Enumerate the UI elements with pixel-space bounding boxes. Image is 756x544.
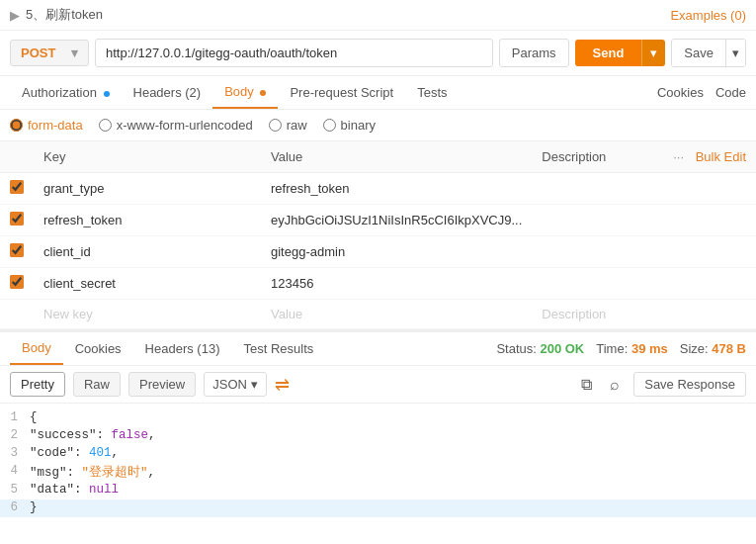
- code-line: 4 "msg": "登录超时",: [0, 463, 756, 482]
- response-toolbar: Pretty Raw Preview JSON ▾ ⇌ ⧉ ⌕ Save Res…: [0, 366, 756, 404]
- row-checkbox[interactable]: [10, 275, 24, 289]
- row-desc[interactable]: [532, 173, 638, 205]
- body-type-tabs: form-data x-www-form-urlencoded raw bina…: [0, 110, 756, 141]
- tab-authorization[interactable]: Authorization: [10, 77, 122, 108]
- code-link[interactable]: Code: [715, 85, 746, 100]
- send-dropdown-button[interactable]: ▾: [641, 40, 665, 66]
- row-actions: [638, 205, 756, 236]
- beautify-icon[interactable]: ⇌: [275, 374, 290, 396]
- row-value[interactable]: eyJhbGciOiJSUzI1NiIsInR5cCI6IkpXVCJ9...: [261, 205, 532, 236]
- cookies-link[interactable]: Cookies: [657, 85, 704, 100]
- col-description: Description: [532, 141, 638, 173]
- row-checkbox[interactable]: [10, 180, 24, 194]
- save-btn-group: Save ▾: [671, 39, 746, 67]
- tab-pre-request[interactable]: Pre-request Script: [278, 77, 405, 108]
- table-row: client_secret 123456: [0, 268, 756, 300]
- params-button[interactable]: Params: [499, 39, 569, 67]
- copy-icon[interactable]: ⧉: [577, 374, 596, 396]
- code-line: 3 "code": 401,: [0, 445, 756, 463]
- json-select[interactable]: JSON ▾: [204, 372, 267, 397]
- raw-button[interactable]: Raw: [73, 372, 121, 397]
- tab-right-links: Cookies Code: [657, 85, 746, 100]
- new-value-cell[interactable]: Value: [261, 300, 532, 329]
- row-checkbox[interactable]: [10, 212, 24, 226]
- line-content: "success": false,: [30, 428, 156, 442]
- save-dropdown-button[interactable]: ▾: [725, 40, 745, 66]
- radio-binary[interactable]: binary: [323, 118, 376, 133]
- size-value: 478 B: [712, 341, 746, 356]
- preview-button[interactable]: Preview: [128, 372, 196, 397]
- tab-body-label: Body: [224, 84, 254, 99]
- row-actions: [638, 268, 756, 300]
- row-value[interactable]: refresh_token: [261, 173, 532, 205]
- line-number: 2: [0, 428, 30, 442]
- code-area: 1{2 "success": false,3 "code": 401,4 "ms…: [0, 404, 756, 522]
- table-header-row: Key Value Description ··· Bulk Edit: [0, 141, 756, 173]
- row-desc[interactable]: [532, 236, 638, 268]
- method-label: POST: [21, 45, 55, 60]
- method-select[interactable]: POST ▾: [10, 40, 89, 66]
- tab-tests-label: Tests: [417, 85, 447, 100]
- col-actions: ··· Bulk Edit: [638, 141, 756, 173]
- status-label: Status: 200 OK: [496, 341, 584, 356]
- row-key[interactable]: client_id: [34, 236, 261, 268]
- row-actions: [638, 236, 756, 268]
- bulk-edit-button[interactable]: Bulk Edit: [696, 149, 746, 164]
- new-desc-cell: Description: [532, 300, 638, 329]
- params-table-container: Key Value Description ··· Bulk Edit gran…: [0, 141, 756, 330]
- row-checkbox-cell[interactable]: [0, 173, 34, 205]
- new-row-checkbox-cell: [0, 300, 34, 329]
- response-tab-cookies[interactable]: Cookies: [63, 333, 133, 364]
- response-tab-headers[interactable]: Headers (13): [133, 333, 232, 364]
- line-content: "data": null: [30, 483, 119, 497]
- row-value[interactable]: gitegg-admin: [261, 236, 532, 268]
- row-actions: [638, 173, 756, 205]
- three-dots-icon[interactable]: ···: [673, 149, 684, 164]
- code-line: 1{: [0, 409, 756, 427]
- send-button[interactable]: Send: [575, 40, 642, 66]
- tab-authorization-label: Authorization: [22, 85, 97, 100]
- json-chevron-icon: ▾: [251, 377, 258, 392]
- time-value: 39 ms: [631, 341, 668, 356]
- method-chevron-icon: ▾: [71, 45, 78, 60]
- line-content: "msg": "登录超时",: [30, 464, 155, 481]
- response-tab-test-results[interactable]: Test Results: [231, 333, 325, 364]
- examples-link[interactable]: Examples (0): [670, 8, 746, 23]
- url-input[interactable]: [95, 39, 493, 67]
- response-tab-body[interactable]: Body: [10, 332, 63, 365]
- code-line: 5 "data": null: [0, 482, 756, 499]
- radio-form-data[interactable]: form-data: [10, 118, 83, 133]
- row-checkbox-cell[interactable]: [0, 236, 34, 268]
- row-key[interactable]: grant_type: [34, 173, 261, 205]
- new-key-row: New key Value Description: [0, 300, 756, 329]
- tab-body[interactable]: Body: [212, 76, 278, 109]
- save-response-button[interactable]: Save Response: [633, 372, 746, 397]
- size-label: Size: 478 B: [680, 341, 746, 356]
- row-desc[interactable]: [532, 268, 638, 300]
- status-value: 200 OK: [540, 341, 584, 356]
- request-tabs: Authorization Headers (2) Body Pre-reque…: [0, 76, 756, 110]
- line-number: 4: [0, 464, 30, 478]
- new-key-cell[interactable]: New key: [34, 300, 261, 329]
- tab-headers[interactable]: Headers (2): [122, 77, 213, 108]
- top-bar: ▶ 5、刷新token Examples (0): [0, 0, 756, 31]
- row-checkbox-cell[interactable]: [0, 205, 34, 236]
- row-desc[interactable]: [532, 205, 638, 236]
- row-key[interactable]: client_secret: [34, 268, 261, 300]
- row-checkbox[interactable]: [10, 243, 24, 257]
- col-key: Key: [34, 141, 261, 173]
- pretty-button[interactable]: Pretty: [10, 372, 65, 397]
- save-button[interactable]: Save: [672, 40, 725, 66]
- body-dot: [260, 90, 266, 96]
- time-label: Time: 39 ms: [596, 341, 668, 356]
- tab-tests[interactable]: Tests: [405, 77, 459, 108]
- search-icon[interactable]: ⌕: [606, 374, 624, 396]
- row-checkbox-cell[interactable]: [0, 268, 34, 300]
- code-line: 6}: [0, 499, 756, 517]
- radio-urlencoded[interactable]: x-www-form-urlencoded: [99, 118, 253, 133]
- row-value[interactable]: 123456: [261, 268, 532, 300]
- params-tbody: grant_type refresh_token refresh_token e…: [0, 173, 756, 329]
- radio-raw[interactable]: raw: [269, 118, 307, 133]
- row-key[interactable]: refresh_token: [34, 205, 261, 236]
- new-actions-cell: [638, 300, 756, 329]
